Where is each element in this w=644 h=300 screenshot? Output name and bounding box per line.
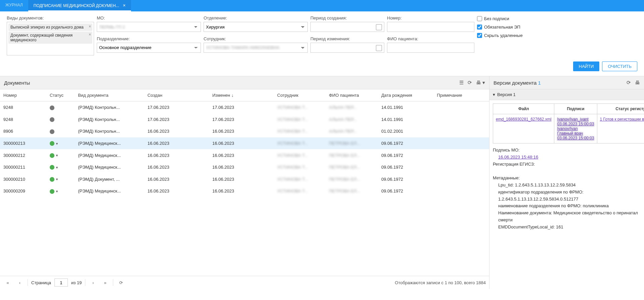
cell-num: 300000213 [0, 137, 46, 149]
cell-dob: 14.01.1991 [378, 114, 433, 126]
cell-num: 300000211 [0, 161, 46, 173]
cell-dob: 09.06.1972 [378, 149, 433, 161]
pager: « ‹ Страница из 19 › » ⟳ Отображаются за… [0, 276, 489, 289]
chk-hide-deleted[interactable]: Скрыть удаленные [477, 33, 544, 38]
doc-type-chip: Документ, содержащий сведения медицинско… [8, 32, 92, 44]
cell-note [433, 173, 489, 185]
sign-link[interactable]: Ivanov/Ivan [557, 126, 594, 131]
file-link[interactable]: emd_1686930281_627662.xml [496, 117, 551, 122]
subdiv-select[interactable]: Основное подразделение [97, 43, 201, 53]
chk-nosign[interactable]: Без подписи [477, 16, 544, 21]
prev-page-icon[interactable]: ‹ [15, 278, 24, 287]
cell-note [433, 185, 489, 197]
status-icon [50, 177, 54, 182]
cell-modified: 17.06.2023 [209, 114, 274, 126]
cell-patient: ПЕТРОВА ЕЛ... [326, 173, 378, 185]
table-row[interactable]: 300000212▼(РЭМД) Медицинск...16.06.20231… [0, 149, 489, 161]
cell-type: (РЭМД) Документ, ... [75, 173, 144, 185]
print-versions-icon[interactable]: 🖶 [635, 80, 640, 86]
find-button[interactable]: НАЙТИ [573, 61, 600, 71]
cell-note [433, 149, 489, 161]
vh-status: Статус регистрации [597, 104, 644, 114]
clear-button[interactable]: ОЧИСТИТЬ [602, 61, 637, 71]
mo-select[interactable]: ПЕРМЬ ГП 2 [97, 22, 201, 32]
doc-types-select[interactable]: Выписной эпикриз из родильного дома× Док… [7, 22, 94, 55]
col-created[interactable]: Создан [144, 89, 209, 101]
cell-created: 16.06.2023 [144, 137, 209, 149]
chevron-down-icon[interactable]: ▼ [55, 190, 58, 193]
table-row[interactable]: 300000213▼(РЭМД) Медицинск...16.06.20231… [0, 137, 489, 149]
cell-created: 16.06.2023 [144, 185, 209, 197]
chevron-down-icon[interactable]: ▼ [55, 154, 58, 157]
status-icon [50, 105, 54, 110]
versions-count: 1 [538, 80, 541, 86]
patient-input[interactable] [387, 43, 474, 53]
mo-sign-ts-link[interactable]: 16.06.2023 15:48:16 [498, 155, 538, 160]
cell-modified: 16.06.2023 [209, 161, 274, 173]
chevron-down-icon[interactable]: ▼ [55, 142, 58, 145]
table-row[interactable]: 300000210▼(РЭМД) Документ, ...16.06.2023… [0, 173, 489, 185]
table-row[interactable]: 8906(РЭМД) Контрольн...16.06.202316.06.2… [0, 125, 489, 137]
meta-line: EMDDocumentTypeLocal_id: 161 [498, 224, 641, 231]
col-patient[interactable]: ФИО пациента [326, 89, 378, 101]
status-icon [50, 153, 54, 158]
col-modified[interactable]: Изменен ↓ [209, 89, 274, 101]
chevron-down-icon[interactable]: ▼ [55, 166, 58, 169]
documents-header: Документы ☰ ⟳ 🖶 ▾ [0, 76, 489, 89]
tab-journal[interactable]: ЖУРНАЛ [0, 0, 28, 11]
col-number[interactable]: Номер [0, 89, 46, 101]
doc-types-label: Виды документов: [7, 15, 94, 20]
dept-select[interactable]: Хирургия [204, 22, 308, 32]
table-row[interactable]: 300000209▼(РЭМД) Медицинск...16.06.20231… [0, 185, 489, 197]
created-date-input[interactable] [310, 22, 384, 32]
meta-line: наименование подразделения по ФРМО: поли… [498, 203, 641, 210]
modified-date-input[interactable] [310, 43, 384, 53]
cell-employee: УСТИНОВА Т... [274, 137, 326, 149]
tab-signing[interactable]: ПОДПИСАНИЕ МЕДИЦИНСКОЙ ДОКУМЕН... × [28, 0, 131, 11]
print-icon[interactable]: 🖶 ▾ [476, 80, 485, 86]
page-input[interactable] [54, 278, 68, 287]
col-note[interactable]: Примечание [433, 89, 489, 101]
first-page-icon[interactable]: « [3, 278, 12, 287]
refresh-icon[interactable]: ⟳ [468, 80, 472, 86]
documents-title: Документы [4, 80, 30, 86]
cell-note [433, 114, 489, 126]
cell-type: (РЭМД) Медицинск... [75, 137, 144, 149]
vh-sign: Подписи [554, 104, 597, 114]
meta-line: Lpu_tid: 1.2.643.5.1.13.13.12.2.59.5834 [498, 182, 641, 189]
cell-type: (РЭМД) Контрольн... [75, 114, 144, 126]
cell-dob: 09.06.1972 [378, 173, 433, 185]
remove-icon[interactable]: × [89, 32, 91, 37]
col-status[interactable]: Статус [46, 89, 75, 101]
cell-note [433, 161, 489, 173]
modified-label: Период изменения: [310, 36, 384, 41]
pager-summary: Отображаются записи с 1 по 100, всего 18… [395, 280, 486, 285]
chk-mandatory[interactable]: Обязательная ЭП [477, 25, 544, 30]
employee-select[interactable]: УСТИНОВА ТАМАРА НИКОЛАЕВНА [204, 43, 308, 53]
refresh-versions-icon[interactable]: ⟳ [627, 80, 631, 86]
last-page-icon[interactable]: » [101, 278, 110, 287]
reg-status-link[interactable]: 1 Готов к регистрации в РЭМД ЕГИСЗ [600, 117, 644, 122]
status-icon [50, 189, 54, 194]
table-row[interactable]: 300000211▼(РЭМД) Медицинск...16.06.20231… [0, 161, 489, 173]
close-icon[interactable]: × [123, 3, 126, 8]
sign-link[interactable]: Ivanov/Ivan_ivant [557, 117, 594, 122]
chevron-down-icon[interactable]: ▼ [55, 178, 58, 181]
col-employee[interactable]: Сотрудник [274, 89, 326, 101]
cell-dob: 09.06.1972 [378, 161, 433, 173]
remove-icon[interactable]: × [89, 24, 91, 29]
table-row[interactable]: 9248(РЭМД) Контрольн...17.06.202317.06.2… [0, 101, 489, 114]
version-accordion-header[interactable]: ▾ Версия 1 [489, 89, 644, 100]
cell-type: (РЭМД) Медицинск... [75, 149, 144, 161]
number-input[interactable] [387, 22, 474, 32]
sign-icon[interactable]: ☰ [459, 80, 464, 86]
col-dob[interactable]: Дата рождения [378, 89, 433, 101]
col-type[interactable]: Вид документа [75, 89, 144, 101]
number-label: Номер: [387, 15, 474, 20]
cell-status [46, 101, 75, 114]
sort-desc-icon: ↓ [231, 93, 234, 98]
table-row[interactable]: 9248(РЭМД) Контрольн...17.06.202317.06.2… [0, 114, 489, 126]
versions-header: Версии документа 1 ⟳ 🖶 [489, 76, 644, 89]
next-page-icon[interactable]: › [89, 278, 97, 287]
refresh-pager-icon[interactable]: ⟳ [117, 278, 125, 287]
